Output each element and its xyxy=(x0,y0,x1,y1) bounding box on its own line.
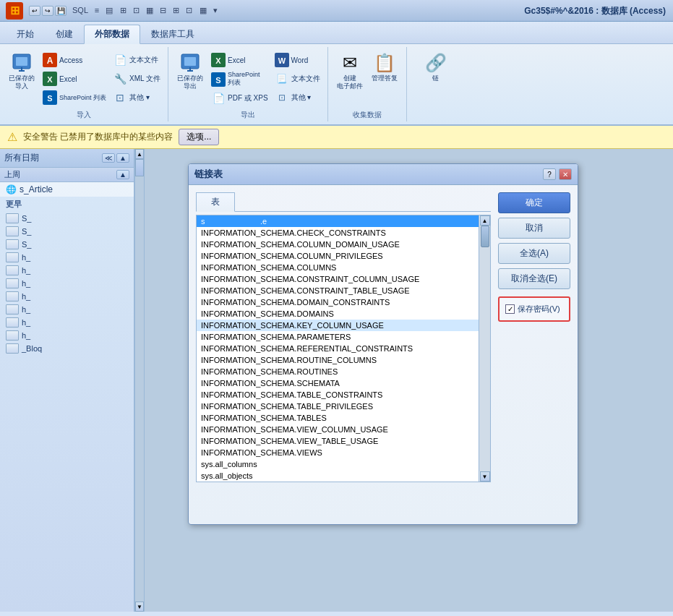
list-item[interactable]: INFORMATION_SCHEMA.SCHEMATA xyxy=(197,377,479,389)
list-item[interactable]: INFORMATION_SCHEMA.PARAMETERS xyxy=(197,331,479,343)
select-all-button[interactable]: 全选(A) xyxy=(498,243,570,264)
redo-btn[interactable]: ↪ xyxy=(42,6,53,16)
deselect-all-button[interactable]: 取消全选(E) xyxy=(498,268,570,289)
list-item[interactable]: INFORMATION_SCHEMA.COLUMN_DOMAIN_USAGE xyxy=(197,239,479,250)
create-email-button[interactable]: ✉ 创建电子邮件 xyxy=(334,50,366,92)
svg-rect-9 xyxy=(184,57,196,66)
other-export-button[interactable]: ⊡ 其他 ▾ xyxy=(273,89,322,106)
other-import-button[interactable]: ⊡ 其他 ▾ xyxy=(111,89,162,106)
list-item[interactable]: INFORMATION_SCHEMA.TABLES xyxy=(197,412,479,424)
nav-item-sarticle[interactable]: 🌐 s_Article xyxy=(0,182,134,197)
list-item[interactable]: h_ xyxy=(0,251,134,264)
dialog-list[interactable]: s .e INFORMATION_SCHEMA.CHECK_CONSTRAINT… xyxy=(197,215,479,482)
list-item[interactable]: s .e xyxy=(197,215,479,227)
list-item[interactable]: INFORMATION_SCHEMA.VIEWS xyxy=(197,447,479,458)
scroll-down-btn[interactable]: ▼ xyxy=(480,471,490,482)
confirm-button[interactable]: 确定 xyxy=(498,192,570,213)
tab-create[interactable]: 创建 xyxy=(45,25,84,43)
list-item[interactable]: h_ xyxy=(0,329,134,342)
security-options-button[interactable]: 选项... xyxy=(179,129,219,145)
list-item[interactable]: INFORMATION_SCHEMA.CONSTRAINT_TABLE_USAG… xyxy=(197,285,479,296)
list-item[interactable]: INFORMATION_SCHEMA.COLUMNS xyxy=(197,262,479,273)
list-item[interactable]: S_ xyxy=(0,238,134,251)
tab-start[interactable]: 开始 xyxy=(6,25,45,43)
xml-import-button[interactable]: 🔧 XML 文件 xyxy=(111,70,162,87)
excel-label: Excel xyxy=(59,75,77,83)
list-item[interactable]: INFORMATION_SCHEMA.REFERENTIAL_CONSTRAIN… xyxy=(197,343,479,354)
scroll-thumb[interactable] xyxy=(481,226,489,247)
save-password-area: ✓ 保存密码(V) xyxy=(498,296,570,322)
list-item[interactable]: sys.all_columns xyxy=(197,458,479,470)
nav-scroll-up-btn[interactable]: ▲ xyxy=(116,153,129,163)
list-item[interactable]: S_ xyxy=(0,225,134,238)
other-label: 其他 ▾ xyxy=(129,93,150,103)
link-button[interactable]: 🔗 链 xyxy=(421,50,450,84)
nav-header: 所有日期 ≪ ▲ xyxy=(0,149,134,168)
nav-collapse-btn[interactable]: ≪ xyxy=(102,153,115,163)
list-item[interactable]: h_ xyxy=(0,316,134,329)
pdf-export-button[interactable]: 📄 PDF 或 XPS xyxy=(209,90,270,107)
list-item[interactable]: INFORMATION_SCHEMA.VIEW_TABLE_USAGE xyxy=(197,435,479,447)
svg-text:W: W xyxy=(278,56,286,65)
tab-database-tools[interactable]: 数据库工具 xyxy=(140,25,205,43)
textfile-export-label: 文本文件 xyxy=(291,74,320,84)
other-import-icon: ⊡ xyxy=(112,90,128,106)
list-item[interactable]: INFORMATION_SCHEMA.DOMAINS xyxy=(197,308,479,320)
manage-icon: 📋 xyxy=(373,51,396,74)
textfile-export-icon: 📃 xyxy=(274,71,290,87)
excel-import-button[interactable]: X Excel xyxy=(40,70,108,87)
list-item[interactable]: INFORMATION_SCHEMA.CHECK_CONSTRAINTS xyxy=(197,227,479,239)
saved-exports-button[interactable]: 已保存的导出 xyxy=(174,50,206,92)
list-item[interactable]: INFORMATION_SCHEMA.ROUTINE_COLUMNS xyxy=(197,354,479,366)
list-item[interactable]: h_ xyxy=(0,264,134,277)
list-item[interactable]: INFORMATION_SCHEMA.COLUMN_PRIVILEGES xyxy=(197,250,479,262)
nav-panel: 所有日期 ≪ ▲ 上周 ▲ 🌐 s_Article 更早 S_ xyxy=(0,149,145,612)
list-item[interactable]: INFORMATION_SCHEMA.CONSTRAINT_COLUMN_USA… xyxy=(197,273,479,285)
svg-text:S: S xyxy=(47,94,52,103)
nav-item-bloq[interactable]: _Bloq xyxy=(0,342,134,355)
nav-scroll-down[interactable]: ▼ xyxy=(135,602,144,612)
nav-scroll-thumb[interactable] xyxy=(135,159,144,176)
saved-imports-button[interactable]: 已保存的导入 xyxy=(6,50,38,92)
sharepoint-export-button[interactable]: S SharePoint列表 xyxy=(209,70,270,88)
list-item[interactable]: h_ xyxy=(0,290,134,303)
link-icon: 🔗 xyxy=(424,51,447,74)
nav-scroll-up[interactable]: ▲ xyxy=(135,149,144,159)
word-icon: W xyxy=(274,52,290,68)
save-password-checkbox[interactable]: ✓ xyxy=(505,304,515,314)
dialog-tab-table[interactable]: 表 xyxy=(196,192,235,212)
list-scrollbar: ▲ ▼ xyxy=(479,215,490,482)
nav-scroll-track xyxy=(135,159,144,602)
save-btn[interactable]: 💾 xyxy=(55,6,67,16)
excel-export-label: Excel xyxy=(228,56,245,64)
list-item[interactable]: INFORMATION_SCHEMA.VIEW_COLUMN_USAGE xyxy=(197,424,479,435)
cancel-button[interactable]: 取消 xyxy=(498,218,570,239)
list-item[interactable]: h_ xyxy=(0,303,134,316)
list-item[interactable]: INFORMATION_SCHEMA.KEY_COLUMN_USAGE xyxy=(197,320,479,331)
dialog-close-button[interactable]: ✕ xyxy=(559,168,572,180)
table-icon xyxy=(6,330,19,341)
import-items: 已保存的导入 A Access xyxy=(6,48,162,108)
textfile-import-button[interactable]: 📄 文本文件 xyxy=(111,51,162,69)
list-item[interactable]: INFORMATION_SCHEMA.TABLE_PRIVILEGES xyxy=(197,401,479,412)
manage-replies-button[interactable]: 📋 管理答复 xyxy=(369,50,400,84)
list-item[interactable]: INFORMATION_SCHEMA.TABLE_CONSTRAINTS xyxy=(197,389,479,401)
word-export-button[interactable]: W Word xyxy=(273,51,322,69)
dialog-left-panel: 表 s .e INFORMATION_SCHEMA.CHECK_CONSTRAI… xyxy=(196,192,491,482)
list-item[interactable]: INFORMATION_SCHEMA.ROUTINES xyxy=(197,366,479,377)
scroll-up-btn[interactable]: ▲ xyxy=(480,215,490,226)
sharepoint-import-button[interactable]: S SharePoint 列表 xyxy=(40,89,108,106)
access-import-button[interactable]: A Access xyxy=(40,51,108,69)
undo-btn[interactable]: ↩ xyxy=(29,6,40,16)
textfile-export-button[interactable]: 📃 文本文件 xyxy=(273,70,322,87)
list-item[interactable]: sys.all_objects xyxy=(197,470,479,482)
window-title: Gc35$#%^&2016 : 数据库 (Access) xyxy=(524,5,666,17)
list-item[interactable]: h_ xyxy=(0,277,134,290)
tab-external-data[interactable]: 外部数据 xyxy=(84,25,140,44)
list-item[interactable]: S_ xyxy=(0,212,134,225)
excel-export-button[interactable]: X Excel xyxy=(209,51,270,69)
nav-sub-collapse-btn[interactable]: ▲ xyxy=(116,170,129,179)
app-logo: ⊞ xyxy=(6,2,23,20)
list-item[interactable]: INFORMATION_SCHEMA.DOMAIN_CONSTRAINTS xyxy=(197,296,479,308)
dialog-help-button[interactable]: ? xyxy=(543,168,556,180)
